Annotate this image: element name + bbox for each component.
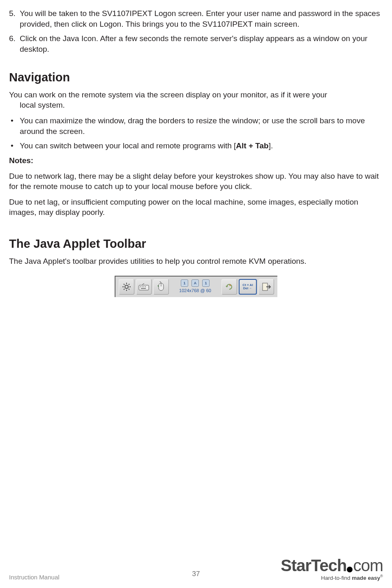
svg-rect-12 [143, 286, 144, 287]
list-item: • You can switch between your local and … [9, 141, 383, 151]
footer-logo-block: StarTechcom Hard-to-find made easy® [281, 556, 383, 581]
svg-point-0 [125, 285, 128, 288]
list-item: 6. Click on the Java Icon. After a few s… [9, 33, 383, 54]
svg-line-6 [129, 289, 129, 290]
list-number: 6. [9, 33, 20, 54]
bullet-list: • You can maximize the window, drag the … [9, 115, 383, 151]
page-footer: Instruction Manual 37 StarTechcom Hard-t… [9, 556, 383, 581]
svg-rect-14 [141, 288, 146, 289]
bullet-dot: • [9, 141, 20, 151]
toolbar-status-panel: 1 A 1 1024x768 @ 60 [171, 279, 220, 294]
svg-rect-11 [142, 286, 143, 287]
led-row: 1 A 1 [172, 279, 218, 287]
nav-intro: You can work on the remote system via th… [9, 90, 383, 111]
exit-icon [258, 279, 274, 295]
notes-label: Notes: [9, 155, 383, 166]
svg-line-5 [124, 284, 125, 285]
svg-rect-10 [140, 286, 141, 287]
cad-line2: Del ← [242, 287, 253, 290]
resolution-text: 1024x768 @ 60 [172, 288, 218, 294]
tagline-bold: made easy [352, 574, 380, 581]
list-number: 5. [9, 8, 20, 29]
caps-lock-led: A [191, 279, 199, 287]
mouse-icon [153, 279, 169, 295]
bullet-text: You can maximize the window, drag the bo… [20, 115, 383, 136]
logo: StarTechcom [281, 556, 383, 575]
section-heading-navigation: Navigation [9, 69, 383, 85]
keyboard-icon [136, 279, 152, 295]
notes-p1: Due to network lag, there may be a sligh… [9, 171, 383, 192]
tagline-plain: Hard-to-find [321, 574, 352, 581]
ctrl-alt-del-button: Ct + Al Del ← [239, 279, 257, 295]
list-text: Click on the Java Icon. After a few seco… [20, 33, 383, 54]
scroll-lock-led: 1 [202, 279, 210, 287]
section-heading-toolbar: The Java Applet Toolbar [9, 236, 383, 252]
logo-dot-icon [347, 567, 353, 572]
page-content: 5. You will be taken to the SV1107IPEXT … [9, 8, 383, 297]
refresh-icon [221, 279, 237, 295]
bullet-dot: • [9, 115, 20, 136]
bullet-text: You can switch between your local and re… [20, 141, 383, 151]
list-item: 5. You will be taken to the SV1107IPEXT … [9, 8, 383, 29]
footer-left-text: Instruction Manual [9, 574, 60, 581]
page-number: 37 [192, 570, 200, 578]
num-lock-led: 1 [181, 279, 188, 287]
toolbar-frame: 1 A 1 1024x768 @ 60 Ct + Al Del ← [115, 276, 277, 297]
svg-line-8 [129, 284, 129, 285]
numbered-list: 5. You will be taken to the SV1107IPEXT … [9, 8, 383, 55]
svg-rect-9 [139, 285, 149, 290]
svg-point-17 [229, 284, 231, 286]
registered-mark: ® [380, 574, 383, 578]
nav-intro-line1: You can work on the remote system via th… [9, 90, 327, 99]
gear-icon [119, 279, 134, 295]
nav-intro-line2: local system. [20, 101, 65, 109]
svg-line-7 [124, 289, 125, 290]
logo-tagline: Hard-to-find made easy® [281, 574, 383, 581]
list-text: You will be taken to the SV1107IPEXT Log… [20, 8, 383, 29]
toolbar-intro: The Java Applet's toolbar provides utili… [9, 256, 383, 267]
logo-word: StarTech [281, 556, 346, 575]
notes-p2: Due to net lag, or insufficient computin… [9, 197, 383, 218]
toolbar-figure: 1 A 1 1024x768 @ 60 Ct + Al Del ← [9, 276, 383, 297]
list-item: • You can maximize the window, drag the … [9, 115, 383, 136]
toolbar-inner: 1 A 1 1024x768 @ 60 Ct + Al Del ← [115, 277, 277, 297]
svg-rect-13 [145, 286, 146, 287]
logo-suffix: com [353, 556, 383, 575]
